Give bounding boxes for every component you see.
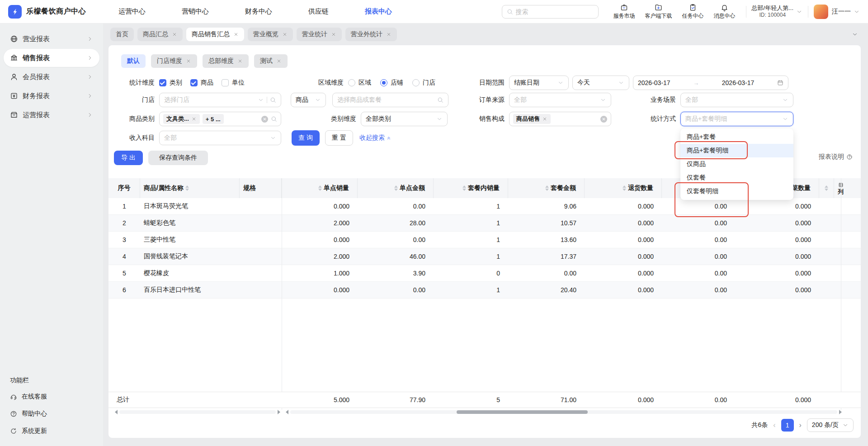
close-icon[interactable] [191,116,197,122]
scrollbar-track[interactable] [290,410,837,414]
tab-product-summary[interactable]: 商品汇总 [137,28,183,41]
radio-icon[interactable] [380,79,387,86]
product-category-select[interactable]: 文具类... + 5 ... ✕ [159,112,281,126]
clear-icon[interactable]: ✕ [261,116,268,123]
calendar-icon[interactable] [777,80,783,86]
quick-service-market[interactable]: 服务市场 [613,4,635,20]
col-single-sales-qty[interactable]: 单点销量 [282,178,358,198]
save-query-button[interactable]: 保存查询条件 [148,151,208,165]
biz-scene-select[interactable]: 全部 [680,93,793,107]
sort-icon[interactable] [394,185,398,191]
radio-store[interactable]: 门店 [412,79,435,87]
stat-method-select[interactable]: 商品+套餐明细 [680,112,793,126]
product-search-input[interactable]: 选择商品或套餐 [332,93,448,107]
close-icon[interactable] [276,58,282,64]
checkbox-icon[interactable] [190,79,198,86]
date-range-input[interactable]: 2026-03-17 → 2026-03-17 [633,76,788,90]
radio-shop[interactable]: 店铺 [380,79,403,87]
user-name[interactable]: 汪一一 [832,8,851,16]
sort-icon[interactable] [462,185,466,191]
col-spec[interactable]: 规格 [240,178,282,198]
app-logo-icon[interactable] [8,5,22,19]
product-type-select[interactable]: 商品 [291,93,326,107]
dropdown-option-combo-only[interactable]: 仅套餐 [680,171,793,185]
collapse-search-link[interactable]: 收起搜索 [359,134,392,142]
dropdown-option-product-only[interactable]: 仅商品 [680,157,793,171]
tab-business-stats[interactable]: 营业统计 [297,28,342,41]
tab-product-sales-summary[interactable]: 商品销售汇总 [186,28,244,41]
org-switcher[interactable]: 总部/年轻人第... ID: 100004 [752,5,793,19]
dropdown-option-product-combo[interactable]: 商品+套餐 [680,130,793,144]
radio-region[interactable]: 区域 [348,79,371,87]
radio-icon[interactable] [348,79,355,86]
scrollbar-data-section[interactable] [286,410,842,414]
search-icon[interactable] [271,116,277,122]
current-page-button[interactable]: 1 [781,419,794,432]
close-icon[interactable] [542,116,547,122]
scrollbar-fixed-section[interactable] [115,410,280,414]
query-button[interactable]: 查 询 [292,130,320,146]
radio-icon[interactable] [412,79,420,86]
scroll-left-icon[interactable] [286,410,288,414]
search-input[interactable] [516,8,584,15]
sort-icon[interactable] [825,185,828,191]
sidebar-item-help-center[interactable]: 帮助中心 [0,405,103,422]
sort-icon[interactable] [318,185,322,191]
sidebar-item-operation-report[interactable]: 运营报表 [4,106,99,124]
search-icon[interactable] [270,97,276,103]
col-combo-sales-qty[interactable]: 套餐内销量 [434,178,508,198]
tab-list-chevron[interactable] [849,28,861,41]
col-return-qty[interactable]: 退货数量 [585,178,662,198]
global-search[interactable] [502,5,599,19]
clear-icon[interactable]: ✕ [600,116,607,123]
quick-task-center[interactable]: 任务中心 [682,4,704,20]
close-icon[interactable] [237,58,243,64]
sidebar-item-sales-report[interactable]: 销售报表 [4,49,99,67]
category-dimension-select[interactable]: 全部类别 [361,112,448,126]
scroll-right-icon[interactable] [278,410,280,414]
chevron-down-icon[interactable] [796,9,802,15]
preset-store-dimension[interactable]: 门店维度 [151,54,197,68]
col-single-sales-amount[interactable]: 单点金额 [358,178,434,198]
next-page-icon[interactable]: › [798,421,802,429]
report-help[interactable]: 报表说明 [819,153,853,161]
checkbox-unit[interactable]: 单位 [222,79,245,87]
close-icon[interactable] [386,32,392,37]
nav-marketing-center[interactable]: 营销中心 [182,7,209,16]
nav-report-center[interactable]: 报表中心 [365,7,392,16]
checkbox-product[interactable]: 商品 [190,79,213,87]
sort-icon[interactable] [185,185,189,191]
scroll-left-icon[interactable] [115,410,118,414]
close-icon[interactable] [172,32,177,37]
close-icon[interactable] [233,32,239,37]
income-subject-select[interactable]: 全部 [159,131,281,145]
sidebar-item-member-report[interactable]: 会员报表 [4,68,99,86]
scrollbar-thumb[interactable] [457,410,588,414]
scrollbar-track[interactable] [119,410,276,414]
quick-client-download[interactable]: 客户端下载 [645,4,672,20]
date-end-value[interactable]: 2026-03-17 [722,79,755,86]
sort-icon[interactable] [623,185,626,191]
avatar[interactable] [814,5,828,19]
scroll-right-icon[interactable] [839,410,842,414]
sidebar-item-business-report[interactable]: 营业报表 [4,30,99,48]
nav-supply-chain[interactable]: 供应链 [308,7,329,16]
reset-button[interactable]: 重 置 [325,130,353,146]
date-type-select[interactable]: 结账日期 [509,76,569,90]
page-size-select[interactable]: 200 条/页 [807,418,854,432]
sort-icon[interactable] [545,185,549,191]
close-icon[interactable] [331,32,336,37]
search-icon[interactable] [437,97,443,103]
preset-default[interactable]: 默认 [121,54,146,68]
col-index[interactable]: 序号 [108,178,140,198]
export-button[interactable]: 导 出 [114,151,143,165]
chevron-down-icon[interactable] [854,9,860,15]
dropdown-option-combo-detail-only[interactable]: 仅套餐明细 [680,185,793,198]
prev-page-icon[interactable]: ‹ [772,421,776,429]
checkbox-icon[interactable] [222,79,229,86]
close-icon[interactable] [186,58,191,64]
col-product-name[interactable]: 商品/属性名称 [140,178,240,198]
checkbox-icon[interactable] [159,79,166,86]
quick-message-center[interactable]: 消息中心 [714,4,736,20]
preset-test[interactable]: 测试 [254,54,288,68]
